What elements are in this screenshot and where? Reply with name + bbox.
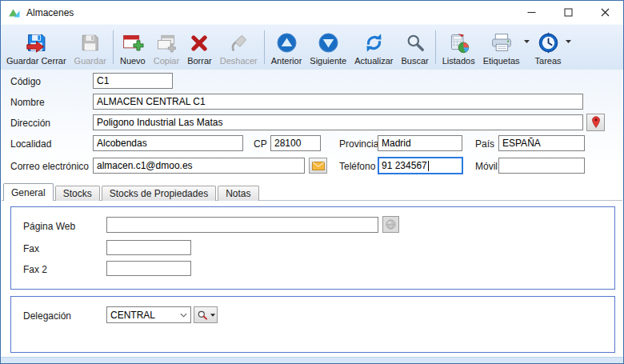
search-button[interactable]: Buscar [397,26,432,68]
provincia-label: Provincia [339,138,378,150]
pagina-web-label: Página Web [23,221,75,232]
reports-icon [447,30,470,55]
telefono-input[interactable]: 91 234567 [378,157,463,174]
next-label: Siguiente [310,56,346,66]
lookup-dropdown-arrow [210,314,215,317]
tab-general[interactable]: General [3,183,54,201]
text-cursor [428,161,429,171]
fax2-label: Fax 2 [23,264,47,275]
cp-input[interactable] [270,135,321,151]
tab-stocks[interactable]: Stocks [55,186,100,201]
globe-icon [385,218,397,230]
email-button[interactable] [309,158,327,174]
next-button[interactable]: Siguiente [306,26,350,68]
window-title: Almacenes [26,7,74,18]
new-label: Nuevo [120,56,146,66]
undo-icon [227,30,250,55]
delegacion-combobox[interactable]: CENTRAL [106,306,191,323]
toolbar-separator [264,30,265,64]
correo-input[interactable] [93,158,305,174]
previous-label: Anterior [271,56,302,66]
new-icon [121,30,144,55]
copy-label: Copiar [154,56,179,66]
telefono-value: 91 234567 [382,160,427,171]
fax2-input[interactable] [106,261,191,276]
open-web-button[interactable] [382,216,399,233]
reports-label: Listados [442,56,475,66]
tasks-label: Tareas [535,56,562,66]
correo-label: Correo electrónico [10,161,89,172]
codigo-input[interactable] [93,73,173,89]
chevron-down-icon [180,313,187,318]
save-close-icon [25,30,48,55]
map-button[interactable] [586,114,605,131]
reports-button[interactable]: Listados [438,26,479,68]
search-icon [404,30,426,55]
next-icon [317,30,340,55]
titlebar: Almacenes [1,1,623,24]
delete-icon [188,30,210,55]
refresh-label: Actualizar [354,56,393,66]
save-icon [79,30,101,55]
previous-button[interactable]: Anterior [267,26,306,68]
provincia-input[interactable] [378,135,462,151]
undo-label: Deshacer [220,56,258,66]
close-button[interactable] [586,1,623,24]
labels-dropdown-arrow[interactable] [524,26,531,68]
refresh-icon [362,30,386,55]
email-icon [312,162,325,170]
save-close-label: Guardar Cerrar [6,56,66,66]
delegacion-groupbox [10,296,615,353]
fax-label: Fax [23,243,39,254]
delete-button[interactable]: Borrar [183,26,216,68]
toolbar-separator [435,30,436,64]
toolbar: Guardar Cerrar Guardar [1,24,623,70]
tasks-button[interactable]: Tareas [531,26,566,68]
minimize-button[interactable] [513,1,550,24]
telefono-label: Teléfono [339,161,375,172]
cp-label: CP [254,138,267,150]
tasks-icon [537,30,560,55]
app-icon [8,6,21,19]
delegacion-label: Delegación [23,310,71,322]
localidad-input[interactable] [93,135,243,151]
movil-label: Móvil [475,161,498,172]
save-button[interactable]: Guardar [70,26,110,68]
movil-input[interactable] [498,158,585,174]
nombre-input[interactable] [93,94,583,110]
window-bottom-edge [1,357,623,363]
toolbar-separator [113,30,114,64]
localidad-label: Localidad [10,138,51,150]
search-label: Buscar [401,56,428,66]
tab-stocks-propiedades[interactable]: Stocks de Propiedades [102,186,216,201]
codigo-label: Código [10,76,41,87]
delegacion-lookup-button[interactable] [194,306,218,323]
lookup-magnifier-icon [197,310,208,321]
save-close-button[interactable]: Guardar Cerrar [2,26,70,68]
map-pin-icon [590,115,602,130]
labels-label: Etiquetas [483,56,520,66]
fax-input[interactable] [106,240,191,255]
labels-button[interactable]: Etiquetas [479,26,524,68]
pagina-web-input[interactable] [106,217,378,233]
tab-bar: General Stocks Stocks de Propiedades Not… [3,183,261,201]
refresh-button[interactable]: Actualizar [350,26,397,68]
direccion-input[interactable] [93,114,583,130]
tab-notas[interactable]: Notas [218,186,258,201]
almacenes-window: Almacenes Gua [0,0,624,364]
nombre-label: Nombre [10,97,45,108]
tasks-dropdown-arrow[interactable] [566,26,573,68]
copy-button[interactable]: Copiar [150,26,183,68]
window-controls [513,1,623,24]
pais-input[interactable] [498,135,585,151]
undo-button[interactable]: Deshacer [216,26,262,68]
pais-label: País [475,138,494,150]
save-label: Guardar [74,56,106,66]
delegacion-value: CENTRAL [110,310,155,321]
labels-icon [490,30,513,55]
delete-label: Borrar [187,56,212,66]
previous-icon [275,30,298,55]
direccion-label: Dirección [10,118,50,129]
new-button[interactable]: Nuevo [116,26,150,68]
maximize-button[interactable] [550,1,586,24]
